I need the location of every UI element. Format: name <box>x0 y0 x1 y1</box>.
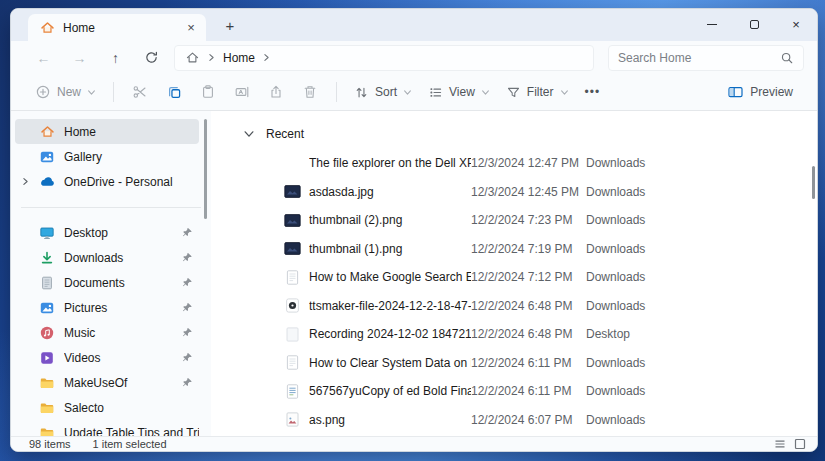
file-row[interactable]: How to Clear System Data on iPh...12/2/2… <box>211 349 817 378</box>
image-dark-file-icon <box>284 241 301 256</box>
chevron-down-icon <box>87 88 96 97</box>
new-button-label: New <box>57 85 81 99</box>
maximize-button[interactable] <box>733 9 775 39</box>
status-bar: 98 items 1 item selected <box>11 436 817 451</box>
sidebar-item-pictures[interactable]: Pictures <box>15 295 199 320</box>
file-row[interactable]: ttsmaker-file-2024-12-2-18-47-55...12/2/… <box>211 292 817 321</box>
details-view-icon[interactable] <box>774 438 786 450</box>
recent-section-header[interactable]: Recent <box>211 124 817 144</box>
pin-icon <box>182 302 193 313</box>
sort-icon <box>354 85 369 100</box>
copy-button[interactable] <box>157 77 191 107</box>
forward-button[interactable]: → <box>66 45 93 71</box>
preview-icon <box>727 84 744 100</box>
file-row[interactable]: thumbnail (1).png12/2/2024 7:19 PMDownlo… <box>211 235 817 264</box>
search-input[interactable] <box>618 51 780 65</box>
new-tab-button[interactable]: + <box>219 14 241 36</box>
sidebar-item-videos[interactable]: Videos <box>15 345 199 370</box>
search-box[interactable] <box>608 45 804 71</box>
items-count: 98 items <box>29 438 71 450</box>
file-row[interactable]: as.png12/2/2024 6:07 PMDownloads <box>211 406 817 435</box>
audio-file-icon <box>284 298 301 313</box>
folder-icon <box>39 425 55 437</box>
toolbar-separator <box>113 82 114 102</box>
pin-icon <box>182 252 193 263</box>
filter-button[interactable]: Filter <box>498 77 577 107</box>
file-name: How to Make Google Search Engi... <box>309 270 471 284</box>
chevron-down-icon[interactable] <box>243 128 255 140</box>
paste-icon <box>200 84 216 100</box>
file-date-modified: 12/2/2024 7:12 PM <box>471 270 586 284</box>
sidebar-item-update-table-tips-and-tricks-in-[interactable]: Update Table Tips and Tricks in Wor <box>15 420 199 436</box>
share-button[interactable] <box>259 77 293 107</box>
window-body: HomeGalleryOneDrive - Personal DesktopDo… <box>11 111 817 436</box>
chevron-right-icon[interactable] <box>207 53 216 62</box>
minimize-button[interactable] <box>691 9 733 39</box>
sidebar-item-makeuseof[interactable]: MakeUseOf <box>15 370 199 395</box>
sidebar-divider <box>21 207 201 208</box>
sidebar-item-music[interactable]: Music <box>15 320 199 345</box>
preview-button[interactable]: Preview <box>719 77 801 107</box>
delete-button[interactable] <box>293 77 327 107</box>
chevron-right-icon[interactable] <box>262 53 271 62</box>
file-date-modified: 12/2/2024 6:11 PM <box>471 356 586 370</box>
new-button[interactable]: New <box>27 77 104 107</box>
file-row[interactable]: thumbnail (2).png12/2/2024 7:23 PMDownlo… <box>211 206 817 235</box>
sidebar-item-home[interactable]: Home <box>15 119 199 144</box>
file-row[interactable]: Recording 2024-12-02 184721.mp412/2/2024… <box>211 320 817 349</box>
file-name: asdasda.jpg <box>309 185 471 199</box>
sort-button[interactable]: Sort <box>346 77 420 107</box>
sort-button-label: Sort <box>375 85 397 99</box>
sidebar-item-label: Desktop <box>64 226 199 240</box>
refresh-button[interactable] <box>138 45 165 71</box>
sidebar-item-salecto[interactable]: Salecto <box>15 395 199 420</box>
close-button[interactable]: × <box>775 9 817 39</box>
back-button[interactable]: ← <box>30 45 57 71</box>
large-icons-view-icon[interactable] <box>794 438 806 450</box>
more-options-button[interactable]: ••• <box>577 77 609 107</box>
file-row[interactable]: asdasda.jpg12/3/2024 12:45 PMDownloads <box>211 178 817 207</box>
sidebar-item-gallery[interactable]: Gallery <box>15 144 199 169</box>
home-outline-icon[interactable] <box>185 50 200 65</box>
sidebar-item-label: Gallery <box>64 150 199 164</box>
tab-home[interactable]: Home × <box>28 14 206 41</box>
up-button[interactable]: ↑ <box>102 45 129 71</box>
sidebar-pinned-list: DesktopDownloadsDocumentsPicturesMusicVi… <box>11 220 211 436</box>
preview-button-label: Preview <box>750 85 793 99</box>
file-location: Downloads <box>586 213 645 227</box>
folder-icon <box>39 375 55 391</box>
view-button[interactable]: View <box>420 77 498 107</box>
sidebar-item-downloads[interactable]: Downloads <box>15 245 199 270</box>
file-name: thumbnail (1).png <box>309 242 471 256</box>
toolbar-separator <box>336 82 337 102</box>
share-icon <box>268 84 284 100</box>
file-location: Downloads <box>586 185 645 199</box>
image-dark-file-icon <box>284 184 301 199</box>
sidebar-item-onedrive-personal[interactable]: OneDrive - Personal <box>15 169 199 194</box>
doc-file-icon <box>284 270 301 285</box>
file-list: The file explorer on the Dell XPS 1...12… <box>211 149 817 434</box>
maximize-icon <box>750 20 759 29</box>
video-file-icon <box>284 327 301 342</box>
file-location: Downloads <box>586 356 645 370</box>
desktop-wallpaper: Home × + × ← → ↑ Home <box>0 0 825 461</box>
breadcrumb[interactable]: Home <box>174 45 594 71</box>
file-location: Downloads <box>586 384 645 398</box>
file-row[interactable]: 567567yuCopy of ed Bold Financ...12/2/20… <box>211 377 817 406</box>
main-scrollbar[interactable] <box>812 166 815 199</box>
sidebar-item-label: Salecto <box>64 401 199 415</box>
paste-button[interactable] <box>191 77 225 107</box>
file-row[interactable]: The file explorer on the Dell XPS 1...12… <box>211 149 817 178</box>
breadcrumb-item-home[interactable]: Home <box>223 51 255 65</box>
rename-button[interactable] <box>225 77 259 107</box>
chevron-right-icon[interactable] <box>21 177 30 186</box>
sidebar-scrollbar[interactable] <box>204 119 207 219</box>
sidebar-item-documents[interactable]: Documents <box>15 270 199 295</box>
sidebar-item-desktop[interactable]: Desktop <box>15 220 199 245</box>
chevron-down-icon <box>481 88 490 97</box>
tab-close-icon[interactable]: × <box>182 19 200 37</box>
cut-button[interactable] <box>123 77 157 107</box>
file-row[interactable]: How to Make Google Search Engi...12/2/20… <box>211 263 817 292</box>
file-name: How to Clear System Data on iPh... <box>309 356 471 370</box>
image-light-file-icon <box>284 412 301 427</box>
